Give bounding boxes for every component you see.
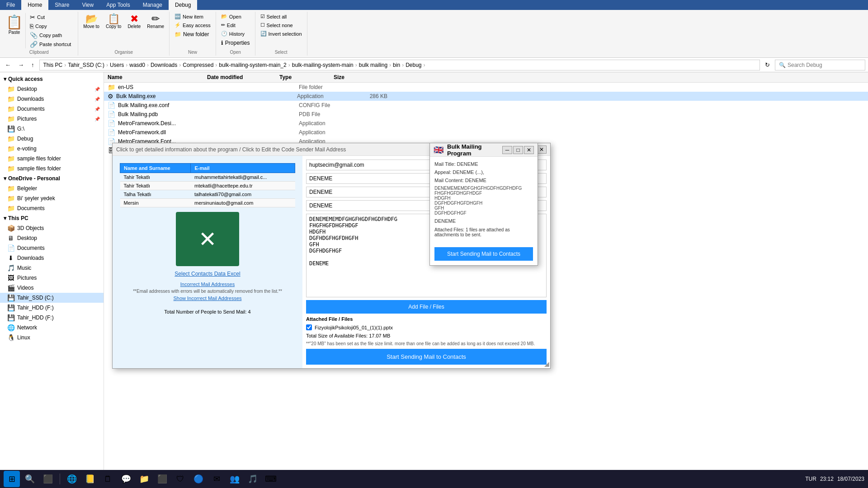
tab-home[interactable]: Home — [21, 0, 48, 10]
taskbar-antivirus[interactable]: 🛡 — [172, 471, 189, 487]
sidebar-item-network[interactable]: 🌐 Network — [0, 323, 104, 333]
rename-button[interactable]: ✏ Rename — [145, 13, 166, 31]
file-item-enus[interactable]: 📁 en-US File folder — [104, 83, 868, 92]
header-type[interactable]: Type — [276, 73, 330, 81]
copy-button[interactable]: ⎘ Copy — [28, 22, 73, 31]
properties-button[interactable]: ℹ Properties — [219, 38, 252, 47]
taskbar-mail[interactable]: ✉ — [208, 471, 225, 487]
sidebar-item-tahirssd[interactable]: 💾 Tahir_SSD (C:) — [0, 293, 104, 303]
breadcrumb-bin[interactable]: bin — [393, 62, 400, 68]
tab-view[interactable]: View — [75, 0, 100, 10]
sidebar-item-videos[interactable]: 🎬 Videos — [0, 283, 104, 293]
taskbar-notepad[interactable]: 📒 — [82, 471, 98, 487]
taskbar-edge[interactable]: 🌐 — [64, 471, 80, 487]
start-button[interactable]: ⊞ — [4, 471, 20, 487]
taskview-button[interactable]: ⬛ — [40, 471, 56, 487]
search-box[interactable]: 🔍 — [775, 60, 865, 70]
modal-minimize-button[interactable]: ─ — [515, 145, 525, 154]
search-input[interactable] — [788, 62, 861, 68]
sidebar-item-downloads[interactable]: 📁 Downloads 📌 — [0, 94, 104, 104]
sidebar-item-pictures-pc[interactable]: 🖼 Pictures — [0, 273, 104, 283]
contact-row-3[interactable]: Talha Tekatlı talhatekatli70@gmail.com — [120, 190, 295, 199]
taskbar-chrome[interactable]: 🔵 — [190, 471, 207, 487]
tab-manage[interactable]: Manage — [137, 0, 169, 10]
excel-select-button[interactable]: ✕ — [176, 212, 239, 266]
sidebar-item-biseyler[interactable]: 📁 Bi' şeyler yedek — [0, 193, 104, 203]
sidebar-item-evoting[interactable]: 📁 e-voting — [0, 144, 104, 154]
sidebar-item-tahirhdd1[interactable]: 💾 Tahir_HDD (F:) — [0, 303, 104, 313]
sidebar-item-g[interactable]: 💾 G:\ — [0, 124, 104, 134]
sidebar-item-desktop-pc[interactable]: 🖥 Desktop — [0, 233, 104, 243]
new-folder-button[interactable]: 📁 New folder — [172, 30, 211, 39]
thispc-header[interactable]: ▾ This PC — [0, 213, 104, 223]
up-button[interactable]: ↑ — [29, 60, 37, 70]
delete-button[interactable]: ✖ Delete — [125, 13, 143, 31]
history-button[interactable]: 🕐 History — [219, 30, 247, 38]
edit-button[interactable]: ✏ Edit — [219, 21, 238, 29]
breadcrumb-thispc[interactable]: This PC — [43, 62, 63, 68]
sidebar-item-downloads-pc[interactable]: ⬇ Downloads — [0, 253, 104, 263]
paste-shortcut-button[interactable]: 🔗 Paste shortcut — [28, 40, 73, 49]
taskbar-onenote[interactable]: 🗒 — [100, 471, 116, 487]
tab-file[interactable]: File — [0, 0, 21, 10]
taskbar-spotify[interactable]: 🎵 — [245, 471, 261, 487]
move-to-button[interactable]: 📂 Move to — [81, 13, 102, 31]
sidebar-item-3dobjects[interactable]: 📦 3D Objects — [0, 223, 104, 233]
breadcrumb-wasd0[interactable]: wasd0 — [129, 62, 145, 68]
tab-apptools[interactable]: App Tools — [100, 0, 136, 10]
modal-maximize-button[interactable]: □ — [526, 145, 536, 154]
tab-debug[interactable]: Debug — [169, 0, 197, 10]
contact-row-1[interactable]: Tahir Tekatlı muhammettahirtekatli@gmail… — [120, 173, 295, 182]
file-item-bulkmailing-pdb[interactable]: 📄 Bulk Mailing.pdb PDB File — [104, 110, 868, 119]
body-textarea[interactable]: DENEMEMEMDFGHGFHGDFHGDFHDFG FHGFHGFDHGFH… — [306, 214, 547, 297]
breadcrumb-bulk1[interactable]: bulk-mailing-system-main_2 — [219, 62, 286, 68]
header-size[interactable]: Size — [330, 73, 366, 81]
sidebar-item-documents-pc[interactable]: 📄 Documents — [0, 243, 104, 253]
forward-button[interactable]: → — [16, 60, 26, 70]
paste-button[interactable]: 📋 Paste — [3, 13, 26, 49]
breadcrumb-compressed[interactable]: Compressed — [183, 62, 213, 68]
onedrive-header[interactable]: ▾ OneDrive - Personal — [0, 174, 104, 183]
select-all-button[interactable]: ☑ Select all — [258, 13, 289, 20]
taskbar-explorer[interactable]: 📁 — [136, 471, 152, 487]
easy-access-button[interactable]: ⚡ Easy access — [172, 21, 213, 29]
body-top-input[interactable] — [306, 200, 547, 211]
taskbar-teams[interactable]: 👥 — [226, 471, 243, 487]
to-input[interactable] — [306, 160, 547, 170]
copy-to-button[interactable]: 📋 Copy to — [104, 13, 123, 31]
open-button[interactable]: 📂 Open — [219, 13, 244, 20]
invert-selection-button[interactable]: 🔄 Invert selection — [258, 30, 304, 38]
cut-button[interactable]: ✂ Cut — [28, 13, 73, 22]
add-file-button[interactable]: Add File / Files — [306, 300, 547, 314]
breadcrumb-bulk2[interactable]: bulk-mailing-system-main — [292, 62, 354, 68]
header-date[interactable]: Date modified — [203, 73, 276, 81]
sidebar-item-sample2[interactable]: 📁 sample files folder — [0, 164, 104, 174]
sidebar-item-music[interactable]: 🎵 Music — [0, 263, 104, 273]
taskbar-skype[interactable]: 💬 — [118, 471, 134, 487]
copy-path-button[interactable]: 📎 Copy path — [28, 31, 73, 40]
breadcrumb[interactable]: This PC › Tahir_SSD (C:) › Users › wasd0… — [39, 60, 760, 70]
sidebar-item-pictures[interactable]: 📁 Pictures 📌 — [0, 114, 104, 124]
sidebar-item-linux[interactable]: 🐧 Linux — [0, 333, 104, 343]
resize-handle[interactable]: ◢ — [544, 360, 549, 367]
file-item-metro-desi[interactable]: 📄 MetroFramework.Desi... Application — [104, 119, 868, 128]
tab-share[interactable]: Share — [48, 0, 75, 10]
file-item-bulkmailing-conf[interactable]: 📄 Bulk Mailing.exe.conf CONFIG File — [104, 101, 868, 110]
breadcrumb-users[interactable]: Users — [110, 62, 124, 68]
search-taskbar-button[interactable]: 🔍 — [22, 471, 38, 487]
new-item-button[interactable]: 🆕 New item — [172, 13, 206, 20]
breadcrumb-downloads[interactable]: Downloads — [151, 62, 177, 68]
file-item-bulkmailing-exe[interactable]: ⚙ Bulk Mailing.exe Application 286 KB — [104, 92, 868, 101]
sidebar-item-documents[interactable]: 📁 Documents 📌 — [0, 104, 104, 114]
subject-input[interactable] — [306, 173, 547, 184]
sidebar-item-desktop[interactable]: 📁 Desktop 📌 — [0, 84, 104, 94]
show-incorrect-link[interactable]: Show Incorrect Mail Addresses — [133, 296, 282, 301]
send-mail-button[interactable]: Start Sending Mail to Contacts — [306, 349, 547, 365]
excel-label[interactable]: Select Contacts Data Excel — [175, 271, 240, 277]
appeal-input[interactable] — [306, 187, 547, 197]
quick-access-header[interactable]: ▾ Quick access — [0, 74, 104, 84]
sidebar-item-docs-od[interactable]: 📁 Documents — [0, 203, 104, 213]
header-name[interactable]: Name — [104, 73, 203, 81]
sidebar-item-sample1[interactable]: 📁 sample files folder — [0, 154, 104, 164]
breadcrumb-bulk3[interactable]: bulk mailing — [359, 62, 387, 68]
